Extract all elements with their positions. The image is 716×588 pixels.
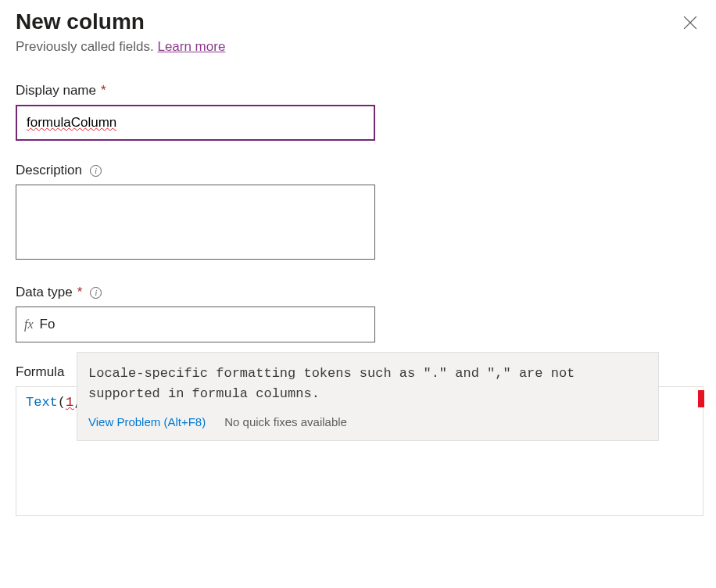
description-input[interactable] xyxy=(16,185,375,260)
data-type-value: Fo xyxy=(40,317,55,332)
required-asterisk: * xyxy=(101,83,106,99)
data-type-label-text: Data type xyxy=(16,285,73,300)
data-type-select[interactable]: fx Fo xyxy=(16,307,375,342)
fx-icon: fx xyxy=(24,317,34,332)
required-asterisk: * xyxy=(77,285,83,300)
no-quick-fixes-text: No quick fixes available xyxy=(224,413,347,431)
tooltip-message: Locale-specific formatting tokens such a… xyxy=(88,364,647,405)
info-icon[interactable]: i xyxy=(90,165,102,177)
close-icon xyxy=(683,16,697,30)
panel-subtitle: Previously called fields. Learn more xyxy=(16,39,225,55)
formula-token-open: ( xyxy=(58,395,66,410)
error-marker-icon xyxy=(698,390,704,407)
display-name-input[interactable] xyxy=(16,105,375,141)
view-problem-link[interactable]: View Problem (Alt+F8) xyxy=(88,413,206,431)
data-type-label: Data type * i xyxy=(16,285,700,300)
display-name-label: Display name * xyxy=(16,83,700,99)
description-label: Description i xyxy=(16,163,700,178)
formula-label-text: Formula xyxy=(16,364,64,380)
info-icon[interactable]: i xyxy=(90,287,102,299)
description-label-text: Description xyxy=(16,163,82,178)
error-tooltip: Locale-specific formatting tokens such a… xyxy=(77,352,659,441)
learn-more-link[interactable]: Learn more xyxy=(157,39,225,54)
close-button[interactable] xyxy=(680,13,700,35)
formula-token-func: Text xyxy=(26,395,58,410)
subtitle-text: Previously called fields. xyxy=(16,39,157,54)
panel-title: New column xyxy=(16,9,225,34)
display-name-label-text: Display name xyxy=(16,83,96,99)
formula-token-arg1: 1 xyxy=(66,395,73,410)
